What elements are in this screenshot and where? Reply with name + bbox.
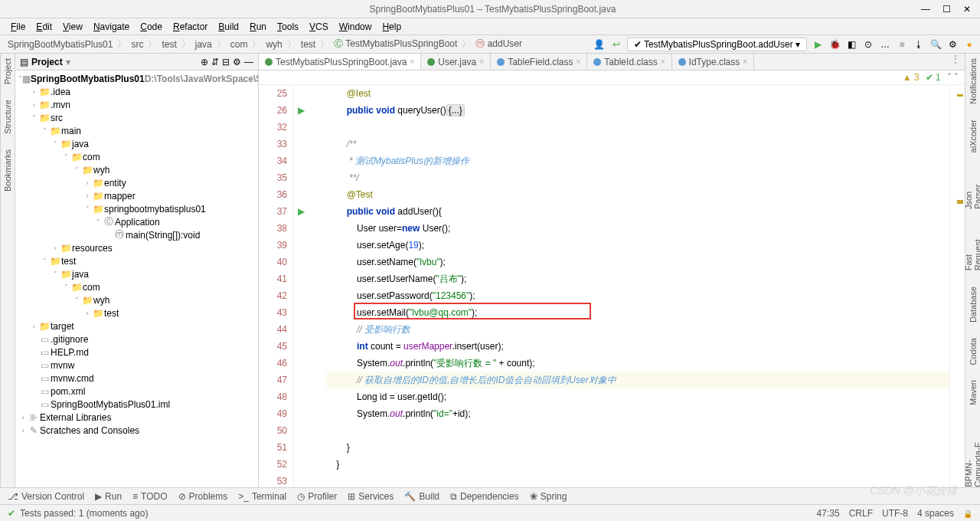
tree-item-java[interactable]: ˅📁java bbox=[15, 267, 258, 280]
tree-item-help-md[interactable]: ▭HELP.md bbox=[15, 346, 258, 359]
tree-item-wyh[interactable]: ˅📁wyh bbox=[15, 163, 258, 176]
tree-item-springbootmybatisplus01-iml[interactable]: ▭SpringBootMybatisPlus01.iml bbox=[15, 398, 258, 411]
tree-item-application[interactable]: ˅ⒸApplication bbox=[15, 215, 258, 228]
project-tree[interactable]: ˅▦SpringBootMybatisPlus01 D:\Tools\JavaW… bbox=[15, 70, 258, 487]
close-icon[interactable]: ✕ bbox=[963, 4, 971, 15]
crumb-1[interactable]: src bbox=[128, 38, 146, 51]
collapse-all-icon[interactable]: ⊟ bbox=[222, 57, 230, 67]
close-icon[interactable]: × bbox=[479, 57, 484, 66]
tree-item--mvn[interactable]: ›📁.mvn bbox=[15, 98, 258, 111]
chevron-down-icon[interactable]: ▾ bbox=[66, 57, 70, 67]
bottom-tool-dependencies[interactable]: ⧉Dependencies bbox=[450, 491, 519, 502]
bottom-tool-services[interactable]: ⊞Services bbox=[348, 491, 394, 502]
bottom-tool-profiler[interactable]: ◷Profiler bbox=[297, 491, 337, 502]
readonly-icon[interactable] bbox=[963, 508, 972, 519]
close-icon[interactable]: × bbox=[661, 57, 665, 66]
profile-icon[interactable]: ⊙ bbox=[862, 38, 874, 51]
close-icon[interactable]: × bbox=[410, 57, 414, 66]
menu-tools[interactable]: Tools bbox=[273, 20, 303, 34]
tree-item-src[interactable]: ˅📁src bbox=[15, 111, 258, 124]
indent[interactable]: 4 spaces bbox=[917, 508, 954, 519]
right-tool-database[interactable]: Database bbox=[969, 287, 978, 323]
tree-item--idea[interactable]: ›📁.idea bbox=[15, 85, 258, 98]
tree-item-main-string----void[interactable]: ⓜmain(String[]):void bbox=[15, 228, 258, 241]
tree-item-com[interactable]: ˅📁com bbox=[15, 280, 258, 293]
editor[interactable]: 2526323334353637383940414243444546474849… bbox=[259, 85, 965, 487]
chevron-up-down-icon[interactable]: ˄ ˅ bbox=[947, 72, 959, 83]
left-tool-project[interactable]: Project bbox=[3, 58, 12, 84]
crumb-3[interactable]: java bbox=[192, 38, 215, 51]
tree-item-external-libraries[interactable]: ›⊪External Libraries bbox=[15, 411, 258, 424]
tree-item-pom-xml[interactable]: ▭pom.xml bbox=[15, 385, 258, 398]
crumb-8[interactable]: ⓜ addUser bbox=[472, 37, 525, 51]
tree-item-mapper[interactable]: ›📁mapper bbox=[15, 189, 258, 202]
caret-position[interactable]: 47:35 bbox=[817, 508, 840, 519]
bottom-tool-problems[interactable]: ⊘Problems bbox=[178, 491, 228, 502]
tree-item-main[interactable]: ˅📁main bbox=[15, 124, 258, 137]
bottom-tool-run[interactable]: ▶Run bbox=[95, 491, 122, 502]
right-tool-notifications[interactable]: Notifications bbox=[969, 58, 978, 104]
coverage-icon[interactable]: ◧ bbox=[845, 38, 858, 51]
project-title[interactable]: Project bbox=[31, 57, 63, 67]
menu-build[interactable]: Build bbox=[214, 20, 243, 34]
tab-tableid-class[interactable]: TableId.class× bbox=[587, 54, 671, 70]
menu-window[interactable]: Window bbox=[335, 20, 377, 34]
tree-item-test[interactable]: ˅📁test bbox=[15, 254, 258, 267]
code-area[interactable]: @Iest public void queryUser(){...} /** *… bbox=[308, 85, 949, 487]
close-icon[interactable]: × bbox=[577, 57, 581, 66]
tab-tablefield-class[interactable]: TableField.class× bbox=[491, 54, 587, 70]
menu-edit[interactable]: Edit bbox=[31, 20, 57, 34]
right-tool-codota[interactable]: Codota bbox=[969, 338, 978, 365]
tree-item-springbootmybatisplus01[interactable]: ˅▦SpringBootMybatisPlus01 D:\Tools\JavaW… bbox=[15, 72, 258, 85]
right-tool-json-parser[interactable]: Json Parser bbox=[964, 168, 981, 209]
bottom-tool-build[interactable]: 🔨Build bbox=[404, 491, 439, 502]
crumb-4[interactable]: com bbox=[227, 38, 251, 51]
tree-item-test[interactable]: ›📁test bbox=[15, 306, 258, 319]
tab-testmybatisplusspringboot-java[interactable]: TestMybatisPlusSpringBoot.java× bbox=[259, 54, 421, 70]
menu-vcs[interactable]: VCS bbox=[305, 20, 333, 34]
tree-item-entity[interactable]: ›📁entity bbox=[15, 176, 258, 189]
search-icon[interactable]: 🔍 bbox=[929, 38, 942, 51]
bottom-tool-terminal[interactable]: >_Terminal bbox=[238, 491, 286, 502]
menu-help[interactable]: Help bbox=[377, 20, 406, 34]
tree-item-wyh[interactable]: ˅📁wyh bbox=[15, 293, 258, 306]
line-separator[interactable]: CRLF bbox=[849, 508, 873, 519]
stop-icon[interactable]: ■ bbox=[896, 38, 908, 51]
bottom-tool-version-control[interactable]: ⎇Version Control bbox=[8, 491, 84, 502]
crumb-6[interactable]: test bbox=[298, 38, 318, 51]
crumb-0[interactable]: SpringBootMybatisPlus01 bbox=[5, 38, 116, 51]
hide-icon[interactable]: — bbox=[244, 57, 253, 67]
tabs-more-icon[interactable]: ⋮ bbox=[946, 54, 965, 70]
tree-item-springbootmybatisplus01[interactable]: ˅📁springbootmybatisplus01 bbox=[15, 202, 258, 215]
maximize-icon[interactable]: ☐ bbox=[942, 4, 951, 15]
crumb-5[interactable]: wyh bbox=[263, 38, 285, 51]
right-tool-maven[interactable]: Maven bbox=[969, 380, 978, 405]
user-icon[interactable]: 👤 bbox=[593, 38, 606, 51]
close-icon[interactable]: × bbox=[743, 57, 747, 66]
run-config-combo[interactable]: ✔ TestMybatisPlusSpringBoot.addUser ▾ bbox=[627, 38, 807, 51]
menu-file[interactable]: File bbox=[6, 20, 30, 34]
warnings-icon[interactable]: ▲ 3 bbox=[903, 72, 920, 83]
expand-all-icon[interactable]: ⇵ bbox=[211, 57, 219, 67]
tree-item-com[interactable]: ˅📁com bbox=[15, 150, 258, 163]
tree-item-target[interactable]: ›📁target bbox=[15, 319, 258, 333]
tree-item-java[interactable]: ˅📁java bbox=[15, 137, 258, 150]
error-stripe[interactable] bbox=[949, 85, 965, 487]
attach-icon[interactable]: … bbox=[879, 38, 891, 51]
back-icon[interactable]: ↩ bbox=[610, 38, 622, 51]
run-marker-gutter[interactable]: ▶▶ bbox=[294, 85, 308, 487]
minimize-icon[interactable]: — bbox=[921, 4, 930, 15]
crumb-7[interactable]: Ⓒ TestMybatisPlusSpringBoot bbox=[331, 37, 460, 51]
tree-item-mvnw-cmd[interactable]: ▭mvnw.cmd bbox=[15, 372, 258, 385]
tree-item-mvnw[interactable]: ▭mvnw bbox=[15, 359, 258, 372]
right-tool-bpmn-camunda-e[interactable]: BPMN-Camunda-E bbox=[964, 421, 981, 487]
bottom-tool-spring[interactable]: ❀Spring bbox=[530, 491, 567, 502]
tab-idtype-class[interactable]: IdType.class× bbox=[672, 54, 755, 70]
tab-user-java[interactable]: User.java× bbox=[421, 54, 491, 70]
settings-icon[interactable]: ⚙ bbox=[946, 38, 959, 51]
bottom-tool-todo[interactable]: ≡TODO bbox=[132, 491, 167, 502]
menu-view[interactable]: View bbox=[58, 20, 87, 34]
debug-icon[interactable]: 🐞 bbox=[828, 38, 841, 51]
ai-icon[interactable]: ● bbox=[963, 38, 975, 51]
menu-refactor[interactable]: Refactor bbox=[168, 20, 212, 34]
